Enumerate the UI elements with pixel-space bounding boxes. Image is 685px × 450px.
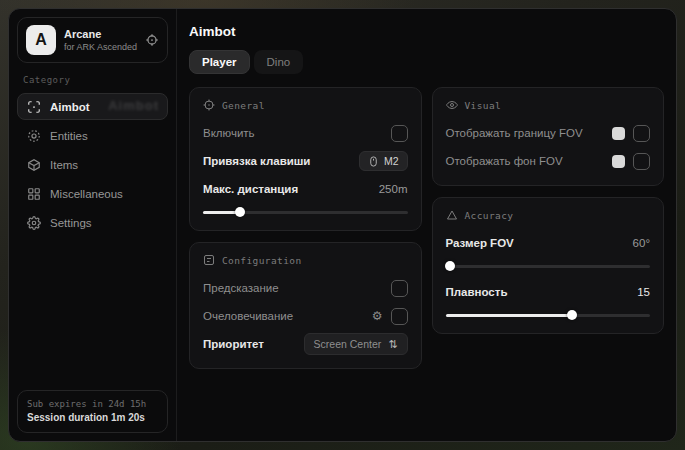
- sidebar-item-label: Miscellaneous: [50, 188, 123, 200]
- sidebar-item-miscellaneous[interactable]: Miscellaneous: [17, 180, 168, 207]
- fov-border-color-swatch[interactable]: [612, 127, 625, 140]
- configuration-card-header: Configuration: [203, 254, 408, 266]
- sidebar-item-label: Items: [50, 159, 78, 171]
- fov-border-checkbox[interactable]: [633, 125, 650, 142]
- fov-size-value: 60°: [633, 237, 650, 249]
- tab-player[interactable]: Player: [189, 50, 250, 74]
- slider-thumb[interactable]: [235, 207, 245, 217]
- tab-bar: Player Dino: [189, 50, 664, 74]
- session-info-box: Sub expires in 24d 15h Session duration …: [17, 390, 168, 433]
- slider-thumb[interactable]: [567, 310, 577, 320]
- accuracy-card: Accuracy Размер FOV 60° Плавность 15: [432, 197, 665, 334]
- radar-icon: [27, 129, 41, 143]
- card-title: Configuration: [222, 255, 302, 266]
- brand-header: A Arcane for ARK Ascended: [17, 17, 168, 63]
- distance-label: Макс. дистанция: [203, 183, 298, 195]
- card-title: General: [222, 100, 265, 111]
- card-title: Accuracy: [465, 210, 514, 221]
- slider-thumb[interactable]: [445, 261, 455, 271]
- left-column: General Включить Привязка клавиши: [189, 87, 422, 369]
- triangle-icon: [446, 209, 458, 221]
- sidebar-item-items[interactable]: Items: [17, 151, 168, 178]
- sidebar: A Arcane for ARK Ascended Category: [9, 9, 177, 441]
- gear-icon[interactable]: ⚙: [372, 310, 383, 322]
- slider-track: [446, 265, 651, 268]
- sidebar-item-entities[interactable]: Entities: [17, 122, 168, 149]
- app-window: A Arcane for ARK Ascended Category: [8, 8, 677, 442]
- fov-fill-label: Отображать фон FOV: [446, 155, 563, 167]
- slider-fill: [446, 314, 573, 317]
- general-card-header: General: [203, 99, 408, 111]
- sidebar-item-label: Aimbot: [50, 101, 90, 113]
- fov-border-controls: [612, 125, 650, 142]
- prediction-row: Предсказание: [203, 277, 408, 299]
- visual-card-header: Visual: [446, 99, 651, 111]
- enable-label: Включить: [203, 127, 255, 139]
- configuration-card: Configuration Предсказание Очеловечивани…: [189, 242, 422, 369]
- smooth-row: Плавность 15: [446, 281, 651, 303]
- enable-row: Включить: [203, 122, 408, 144]
- prediction-checkbox[interactable]: [391, 280, 408, 297]
- keybind-label: Привязка клавиши: [203, 155, 310, 167]
- category-label: Category: [23, 75, 162, 85]
- fov-fill-checkbox[interactable]: [633, 153, 650, 170]
- fov-size-row: Размер FOV 60°: [446, 232, 651, 254]
- target-icon[interactable]: [145, 33, 159, 47]
- humanize-label: Очеловечивание: [203, 310, 293, 322]
- fov-size-slider[interactable]: [446, 261, 651, 271]
- accuracy-card-header: Accuracy: [446, 209, 651, 221]
- keybind-button[interactable]: M2: [359, 151, 408, 171]
- brand-text: Arcane for ARK Ascended: [64, 28, 137, 53]
- grid-icon: [27, 187, 41, 201]
- humanize-controls: ⚙: [372, 308, 408, 325]
- gear-icon: [27, 216, 41, 230]
- card-grid: General Включить Привязка клавиши: [189, 87, 664, 369]
- sidebar-item-settings[interactable]: Settings: [17, 209, 168, 236]
- sub-expires-text: Sub expires in 24d 15h: [27, 398, 158, 411]
- keybind-value: M2: [384, 155, 399, 167]
- brand-subtitle: for ARK Ascended: [64, 41, 137, 53]
- crosshair-icon: [27, 100, 41, 114]
- enable-checkbox[interactable]: [391, 125, 408, 142]
- smooth-label: Плавность: [446, 286, 508, 298]
- chevron-updown-icon: ⇅: [388, 339, 397, 350]
- eye-icon: [446, 99, 458, 111]
- smooth-slider[interactable]: [446, 310, 651, 320]
- package-icon: [27, 158, 41, 172]
- tab-dino[interactable]: Dino: [254, 50, 304, 74]
- distance-row: Макс. дистанция 250m: [203, 178, 408, 200]
- priority-label: Приоритет: [203, 338, 264, 350]
- smooth-value: 15: [637, 286, 650, 298]
- distance-slider[interactable]: [203, 207, 408, 217]
- visual-card: Visual Отображать границу FOV Отображать…: [432, 87, 665, 186]
- priority-row: Приоритет Screen Center ⇅: [203, 333, 408, 355]
- sidebar-item-aimbot[interactable]: Aimbot Aimbot: [17, 93, 168, 120]
- general-card: General Включить Привязка клавиши: [189, 87, 422, 231]
- fov-size-label: Размер FOV: [446, 237, 514, 249]
- fov-border-row: Отображать границу FOV: [446, 122, 651, 144]
- fov-fill-row: Отображать фон FOV: [446, 150, 651, 172]
- page-title: Aimbot: [189, 24, 664, 39]
- humanize-checkbox[interactable]: [391, 308, 408, 325]
- target-icon: [203, 99, 215, 111]
- brand-logo: A: [26, 25, 56, 55]
- sidebar-item-label: Settings: [50, 217, 92, 229]
- aimbot-watermark: Aimbot: [108, 98, 159, 113]
- mouse-icon: [368, 156, 379, 167]
- sidebar-nav: Aimbot Aimbot Entities Items: [17, 93, 168, 236]
- right-column: Visual Отображать границу FOV Отображать…: [432, 87, 665, 334]
- fov-fill-controls: [612, 153, 650, 170]
- priority-value: Screen Center: [314, 338, 382, 350]
- session-duration-text: Session duration 1m 20s: [27, 411, 158, 425]
- brand-initial: A: [35, 31, 47, 49]
- distance-value: 250m: [379, 183, 408, 195]
- keybind-row: Привязка клавиши M2: [203, 150, 408, 172]
- card-title: Visual: [465, 100, 502, 111]
- fov-border-label: Отображать границу FOV: [446, 127, 583, 139]
- brand-name: Arcane: [64, 28, 137, 41]
- prediction-label: Предсказание: [203, 282, 279, 294]
- fov-fill-color-swatch[interactable]: [612, 155, 625, 168]
- tune-icon: [203, 254, 215, 266]
- priority-select[interactable]: Screen Center ⇅: [304, 333, 408, 355]
- sidebar-item-label: Entities: [50, 130, 88, 142]
